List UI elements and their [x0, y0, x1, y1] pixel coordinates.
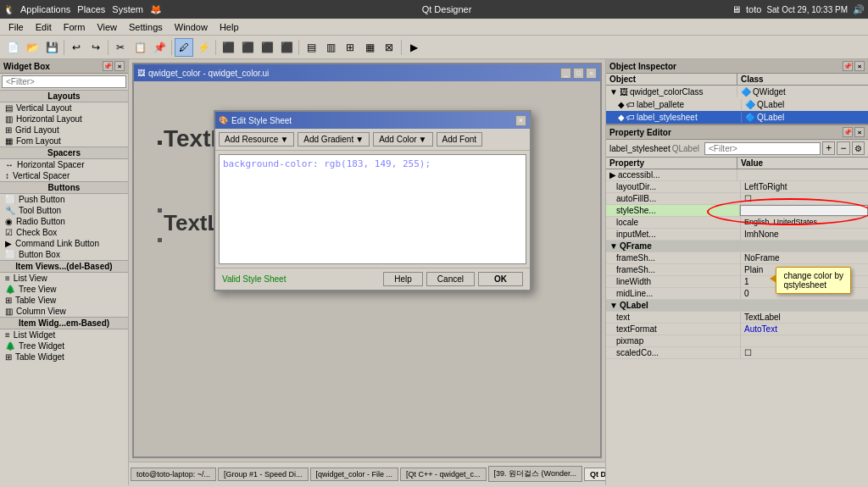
widget-tree-view[interactable]: 🌲 Tree View: [0, 284, 128, 295]
add-color-btn[interactable]: Add Color ▼: [373, 132, 432, 147]
pe-prop-text: text: [606, 312, 741, 323]
widget-column-view[interactable]: ▥ Column View: [0, 306, 128, 317]
toolbar-align-l[interactable]: ⬛: [219, 38, 237, 57]
toolbar-cut[interactable]: ✂: [111, 38, 130, 57]
toolbar-layout-h[interactable]: ▤: [302, 38, 320, 57]
toolbar-layout-f[interactable]: ▦: [360, 38, 379, 57]
volume-icon[interactable]: 🔊: [853, 4, 865, 15]
widget-box-filter-input[interactable]: [2, 75, 126, 88]
pe-filter-input[interactable]: [704, 142, 821, 155]
vertical-spacer-icon: ↕: [5, 171, 9, 180]
toolbar-save[interactable]: 💾: [42, 38, 61, 57]
vertical-layout-icon: ▤: [5, 103, 13, 113]
toolbar-new[interactable]: 📄: [3, 38, 22, 57]
widget-vertical-spacer[interactable]: ↕ Vertical Spacer: [0, 170, 128, 181]
toolbar-align-t[interactable]: ⬛: [258, 38, 276, 57]
toolbar-break[interactable]: ⊠: [380, 38, 398, 57]
toolbar-paste[interactable]: 📌: [150, 38, 169, 57]
toolbar-preview[interactable]: ▶: [404, 38, 423, 57]
pe-close[interactable]: ×: [854, 127, 865, 137]
menu-file[interactable]: File: [3, 21, 29, 33]
pe-row-layoutdir[interactable]: layoutDir... LeftToRight: [606, 181, 868, 193]
widget-box-pin[interactable]: 📌: [103, 61, 113, 71]
add-resource-btn[interactable]: Add Resource ▼: [219, 132, 294, 147]
menu-edit[interactable]: Edit: [31, 21, 57, 33]
main-area: Widget Box 📌 × Layouts ▤ Vertical Layout…: [0, 59, 868, 485]
pe-row-locale[interactable]: locale English, UnitedStates: [606, 217, 868, 229]
pe-row-autofill[interactable]: autoFillB... ☐: [606, 193, 868, 205]
toolbar-align-r[interactable]: ⬛: [238, 38, 257, 57]
pe-val-framesh1: NoFrame: [741, 252, 868, 263]
widget-box-close[interactable]: ×: [114, 61, 125, 71]
modal-close-btn[interactable]: ×: [515, 115, 526, 126]
pe-val-scaledco: ☐: [741, 347, 868, 358]
pe-add-btn[interactable]: +: [822, 141, 835, 155]
network-icon[interactable]: 🖥: [732, 4, 741, 14]
toolbar-layout-v[interactable]: ▥: [321, 38, 340, 57]
widget-form-layout[interactable]: ▦ Fom Layout: [0, 136, 128, 147]
widget-list-widget[interactable]: ≡ List Widget: [0, 329, 128, 340]
pe-val-stylesheet[interactable]: [740, 205, 868, 216]
widget-table-view[interactable]: ⊞ Table View: [0, 295, 128, 306]
pe-row-stylesheet[interactable]: styleShe...: [606, 205, 868, 217]
pe-row-inputmet[interactable]: inputMet... ImhNone: [606, 229, 868, 241]
ok-button[interactable]: OK: [478, 272, 523, 286]
modal-content-area[interactable]: background-color: rgb(183, 149, 255);: [219, 154, 526, 264]
places-label[interactable]: Places: [77, 4, 105, 14]
add-font-btn[interactable]: Add Font: [437, 132, 483, 147]
widget-command-link[interactable]: ▶ Command Link Button: [0, 238, 128, 249]
apps-menu[interactable]: 🐧: [3, 4, 15, 15]
pe-row-framesh1[interactable]: frameSh... NoFrame: [606, 252, 868, 264]
oi-row-1[interactable]: ◆ 🏷 label_pallete 🔷 QLabel: [606, 98, 868, 111]
menu-form[interactable]: Form: [58, 21, 91, 33]
widget-push-button[interactable]: ⬜ Push Button: [0, 194, 128, 205]
cancel-button[interactable]: Cancel: [426, 272, 475, 286]
toolbar-align-b[interactable]: ⬛: [277, 38, 296, 57]
oi-pin[interactable]: 📌: [843, 61, 853, 71]
pe-row-scaledco[interactable]: scaledCo... ☐: [606, 347, 868, 359]
check-box-label: Check Box: [16, 228, 57, 237]
toolbar-redo[interactable]: ↪: [86, 38, 105, 57]
widget-radio-button[interactable]: ◉ Radio Button: [0, 216, 128, 227]
toolbar-undo[interactable]: ↩: [67, 38, 86, 57]
widget-button-box[interactable]: ⬜ Button Box: [0, 249, 128, 260]
pe-val-inputmet: ImhNone: [741, 229, 868, 240]
pe-prop-accessibl: ▶accessibl...: [606, 169, 737, 180]
widget-table-widget[interactable]: ⊞ Table Widget: [0, 351, 128, 362]
system-label[interactable]: System: [112, 4, 143, 14]
widget-grid-layout[interactable]: ⊞ Grid Layout: [0, 125, 128, 136]
oi-row-0[interactable]: ▼ 🖼 qwidget_colorClass 🔷 QWidget: [606, 86, 868, 98]
toolbar-copy[interactable]: 📋: [131, 38, 149, 57]
toolbar-widget-edit[interactable]: 🖊: [175, 38, 193, 57]
toolbar-open[interactable]: 📂: [23, 38, 42, 57]
widget-tool-button[interactable]: 🔧 Tool Button: [0, 205, 128, 216]
list-view-label: List View: [14, 274, 47, 283]
firefox-icon[interactable]: 🦊: [150, 4, 162, 15]
widget-check-box[interactable]: ☑ Check Box: [0, 227, 128, 238]
help-button[interactable]: Help: [383, 272, 423, 286]
right-panel: Object Inspector 📌 × Object Class ▼ 🖼 qw…: [605, 59, 868, 485]
menu-settings[interactable]: Settings: [124, 21, 168, 33]
pe-remove-btn[interactable]: −: [837, 141, 849, 155]
menu-help[interactable]: Help: [214, 21, 244, 33]
add-gradient-arrow: ▼: [355, 135, 364, 144]
add-gradient-btn[interactable]: Add Gradient ▼: [298, 132, 370, 147]
oi-row-2[interactable]: ◆ 🏷 label_stylesheet 🔷 QLabel: [606, 111, 868, 124]
menu-window[interactable]: Window: [170, 21, 213, 33]
toolbar-signals[interactable]: ⚡: [194, 38, 213, 57]
widget-horizontal-spacer[interactable]: ↔ Horizontal Spacer: [0, 159, 128, 170]
widget-horizontal-layout[interactable]: ▥ Horizontal Layout: [0, 113, 128, 125]
apps-label[interactable]: Applications: [20, 4, 70, 14]
pe-pin[interactable]: 📌: [843, 127, 853, 137]
pe-settings-btn[interactable]: ⚙: [852, 141, 865, 155]
pe-row-textformat[interactable]: textFormat AutoText: [606, 324, 868, 335]
widget-tree-widget[interactable]: 🌲 Tree Widget: [0, 340, 128, 351]
pe-row-text[interactable]: text TextLabel: [606, 312, 868, 324]
widget-list-view[interactable]: ≡ List View: [0, 273, 128, 284]
pe-row-accessibl[interactable]: ▶accessibl...: [606, 169, 868, 181]
toolbar-layout-g[interactable]: ⊞: [341, 38, 359, 57]
oi-close[interactable]: ×: [854, 61, 865, 71]
pe-row-pixmap[interactable]: pixmap: [606, 335, 868, 347]
widget-vertical-layout[interactable]: ▤ Vertical Layout: [0, 102, 128, 113]
menu-view[interactable]: View: [92, 21, 122, 33]
